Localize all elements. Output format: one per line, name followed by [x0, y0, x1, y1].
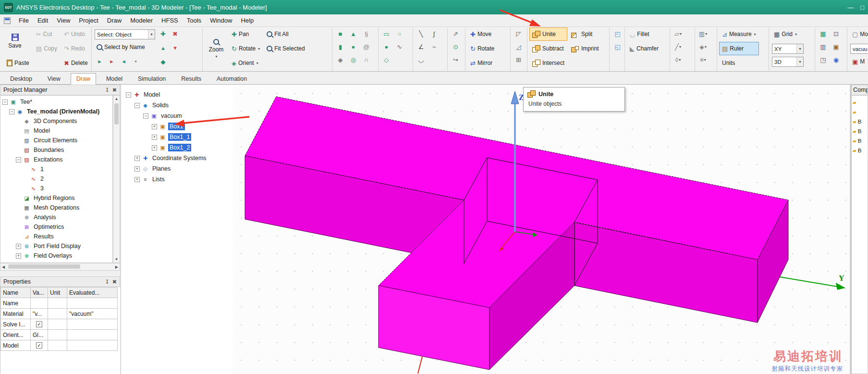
- tab-desktop[interactable]: Desktop: [5, 74, 37, 84]
- scroll-left-icon[interactable]: ◀: [2, 265, 5, 269]
- tree-item-box1-2[interactable]: +▣Box1_2: [124, 142, 232, 153]
- select-edges-button[interactable]: ▸: [106, 56, 117, 67]
- intersect-button[interactable]: Intersect: [529, 56, 567, 70]
- snap-vertex-button[interactable]: ▥: [818, 41, 829, 52]
- chevron-down-icon[interactable]: ▾: [796, 57, 803, 66]
- collapse-icon[interactable]: −: [9, 109, 14, 114]
- draw-bondwire-button[interactable]: ∩: [361, 54, 372, 65]
- plane-combo[interactable]: XY▾: [772, 44, 804, 54]
- pick-button[interactable]: ◆: [158, 56, 169, 67]
- scale-button[interactable]: ◸: [513, 28, 524, 39]
- subtract-button[interactable]: Subtract: [529, 42, 567, 55]
- view-combo[interactable]: 3D▾: [772, 57, 804, 67]
- pin-icon[interactable]: ↧: [105, 279, 110, 285]
- tree-item-coordinate-systems[interactable]: +✚Coordinate Systems: [124, 153, 232, 163]
- col-header-value[interactable]: Va...: [31, 287, 48, 298]
- collapse-icon[interactable]: −: [134, 103, 140, 108]
- tree-item-solids[interactable]: −◆Solids: [124, 100, 232, 111]
- collapse-icon[interactable]: −: [16, 157, 21, 162]
- tree-item-field-overlays[interactable]: +⊕Field Overlays: [0, 251, 112, 261]
- fit-selected-button[interactable]: Fit Selected: [264, 42, 307, 55]
- solid-tools-button[interactable]: ◈▾: [697, 41, 709, 52]
- col-header-evaluated[interactable]: Evaluated...: [67, 287, 118, 298]
- tree-item-results[interactable]: ⊿Results: [0, 232, 112, 241]
- components-item[interactable]: ▰B: [852, 136, 868, 146]
- collapse-icon[interactable]: −: [126, 92, 131, 98]
- chevron-down-icon[interactable]: ▾: [148, 30, 155, 39]
- tab-automation[interactable]: Automation: [211, 74, 252, 84]
- draw-polyline-button[interactable]: ∠: [416, 41, 427, 52]
- checkbox-checked-icon[interactable]: ✓: [36, 342, 42, 349]
- draw-polyhedron-button[interactable]: ◆: [335, 54, 346, 65]
- move-button[interactable]: ✚Move: [467, 27, 497, 41]
- measure-button[interactable]: ⊿Measure▾: [719, 27, 759, 41]
- menu-item-hfss[interactable]: HFSS: [157, 15, 183, 26]
- draw-rectangle-button[interactable]: ▭: [381, 28, 392, 39]
- chevron-down-icon[interactable]: ▾: [796, 44, 803, 53]
- project-tree-vscrollbar[interactable]: ▲ ▼: [113, 95, 120, 263]
- property-value[interactable]: ✓: [31, 340, 48, 351]
- checkbox-checked-icon[interactable]: ✓: [36, 321, 42, 327]
- vertex-tools-button[interactable]: ◊▾: [672, 54, 684, 65]
- clear-selection-button[interactable]: ✖: [170, 28, 181, 39]
- pan-button[interactable]: ✚Pan: [229, 27, 263, 41]
- mode-button[interactable]: ▢Mode: [849, 27, 868, 41]
- tree-item-mesh-operations[interactable]: ▦Mesh Operations: [0, 203, 112, 212]
- duplicate-button[interactable]: ⊞: [513, 54, 524, 65]
- expand-icon[interactable]: +: [134, 156, 140, 161]
- property-row-orient[interactable]: Orient...Gl...: [1, 330, 118, 340]
- section-button[interactable]: ◰: [612, 28, 623, 39]
- draw-line-button[interactable]: ╲: [416, 28, 427, 39]
- tree-item-port-field-display[interactable]: +⊚Port Field Display: [0, 241, 112, 251]
- draw-arc-button[interactable]: ◡: [416, 54, 427, 65]
- close-icon[interactable]: ✖: [112, 87, 117, 93]
- menu-item-help[interactable]: Help: [236, 15, 258, 26]
- col-header-unit[interactable]: Unit: [48, 287, 67, 298]
- sweep-path-button[interactable]: ↪: [450, 54, 461, 65]
- select-multi-button[interactable]: ▪: [130, 56, 141, 67]
- components-item[interactable]: ▰B: [852, 146, 868, 155]
- edge-tools-button[interactable]: ╱▾: [672, 41, 684, 52]
- collapse-icon[interactable]: −: [2, 100, 8, 105]
- property-value[interactable]: [31, 298, 48, 309]
- menu-item-window[interactable]: Window: [206, 15, 236, 26]
- tee-solid-scene[interactable]: Y Z: [232, 85, 850, 374]
- select-by-name-button[interactable]: Select by Name: [94, 40, 156, 54]
- expand-icon[interactable]: +: [134, 166, 140, 172]
- tree-item-optimetrics[interactable]: ⊞Optimetrics: [0, 222, 112, 232]
- rotate-button[interactable]: ↻Rotate: [467, 42, 497, 55]
- draw-spiral-button[interactable]: @: [361, 41, 372, 52]
- expand-icon[interactable]: +: [152, 124, 157, 129]
- redo-button[interactable]: ↷Redo: [61, 42, 91, 55]
- menu-item-modeler[interactable]: Modeler: [126, 15, 157, 26]
- connect-button[interactable]: ◱: [612, 41, 623, 52]
- offset-button[interactable]: ◿: [513, 41, 524, 52]
- cut-button[interactable]: ✂Cut: [33, 27, 60, 41]
- save-button[interactable]: Save: [4, 27, 26, 55]
- next-behind-button[interactable]: ▴: [158, 42, 169, 53]
- delete-button[interactable]: ✖Delete: [61, 56, 91, 70]
- draw-helix-button[interactable]: §: [361, 28, 372, 39]
- m-button[interactable]: ▣M: [849, 55, 868, 68]
- tree-item-2[interactable]: ∿2: [0, 174, 112, 184]
- expand-icon[interactable]: +: [152, 135, 157, 140]
- select-vertices-button[interactable]: ◂: [118, 56, 129, 67]
- tab-results[interactable]: Results: [176, 74, 207, 84]
- draw-sphere-button[interactable]: ●: [348, 41, 359, 52]
- menu-item-view[interactable]: View: [52, 15, 74, 26]
- tab-draw[interactable]: Draw: [71, 73, 96, 85]
- workplane-button[interactable]: ▣: [831, 41, 842, 52]
- draw-box-button[interactable]: ■: [335, 28, 346, 39]
- snap-center-button[interactable]: ⊡: [831, 28, 842, 39]
- close-icon[interactable]: ✖: [112, 279, 117, 285]
- scrollbar-thumb[interactable]: [8, 264, 80, 269]
- units-button[interactable]: Units: [719, 56, 759, 70]
- draw-cone-button[interactable]: ▲: [348, 28, 359, 39]
- snap-grid-button[interactable]: ▦: [818, 28, 829, 39]
- property-row-material[interactable]: Material"v..."vacuum": [1, 309, 118, 319]
- prev-behind-button[interactable]: ▾: [170, 42, 181, 53]
- tree-item-tee-modal-drivenmodal[interactable]: −◉Tee_modal (DrivenModal): [0, 107, 112, 116]
- property-value[interactable]: "v...: [31, 309, 48, 319]
- draw-freehand-button[interactable]: ∿: [394, 41, 405, 52]
- tree-item-hybrid-regions[interactable]: ◪Hybrid Regions: [0, 193, 112, 203]
